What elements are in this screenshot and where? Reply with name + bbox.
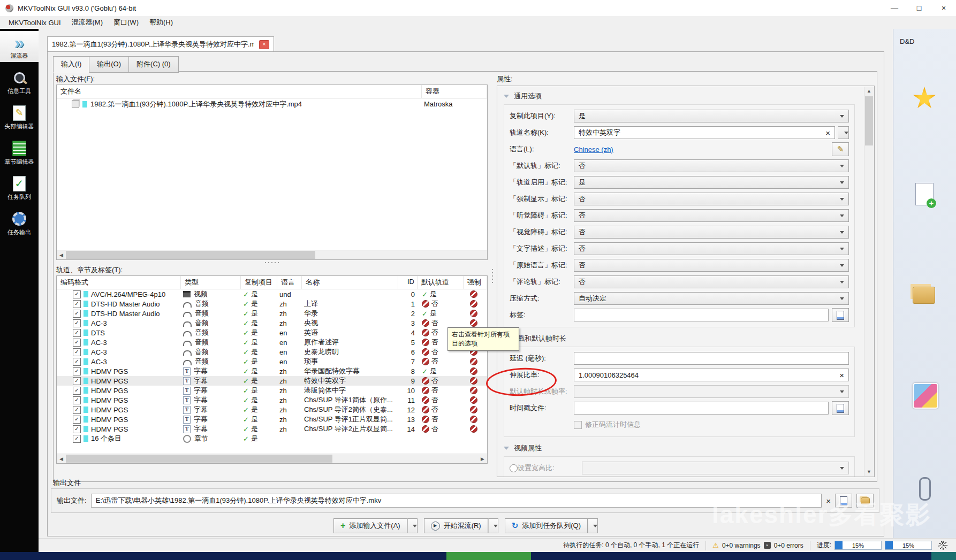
vertical-splitter[interactable] bbox=[489, 74, 496, 478]
track-checkbox[interactable]: ✓ bbox=[73, 377, 81, 385]
desktop-star-icon[interactable] bbox=[913, 87, 936, 110]
language-link[interactable]: Chinese (zh) bbox=[574, 145, 613, 154]
close-button[interactable]: × bbox=[931, 0, 956, 16]
track-checkbox[interactable]: ✓ bbox=[73, 406, 81, 414]
track-row[interactable]: ✓HDMV PGST字幕✓是zh特效中英双字9否 bbox=[57, 376, 487, 386]
column-3[interactable]: 语言 bbox=[277, 276, 302, 289]
track-row[interactable]: ✓HDMV PGST字幕✓是zhChs/SUP 导评2正片双显简...14否 bbox=[57, 424, 487, 434]
track-checkbox[interactable]: ✓ bbox=[73, 290, 81, 298]
desktop-folders-icon[interactable] bbox=[913, 287, 935, 304]
track-row[interactable]: ✓16 个条目章节✓是 bbox=[57, 434, 487, 443]
scroll-up-icon[interactable]: ▲ bbox=[867, 87, 871, 95]
document-tab[interactable]: 1982.第一滴血1(93分钟).1080P.上译华录央视英导特效对应中字.mk… bbox=[47, 36, 274, 52]
properties-vscrollbar[interactable]: ▲ ▼ bbox=[864, 87, 874, 476]
checkbox-disabled[interactable] bbox=[574, 421, 582, 429]
scroll-right-icon[interactable]: ▶ bbox=[478, 456, 487, 462]
add-source-files-button[interactable]: +添加输入文件(A) bbox=[333, 518, 407, 533]
maximize-button[interactable]: □ bbox=[907, 0, 931, 16]
browse-button[interactable] bbox=[832, 401, 849, 415]
track-checkbox[interactable]: ✓ bbox=[73, 396, 81, 404]
tab-close-icon[interactable]: × bbox=[259, 40, 269, 49]
track-row[interactable]: ✓DTS音频✓是en英语4否 bbox=[57, 328, 487, 337]
taskbar-show-desktop[interactable] bbox=[931, 552, 956, 560]
section-header-2[interactable]: 视频属性 bbox=[504, 442, 855, 454]
property-select[interactable]: 否 bbox=[574, 242, 849, 255]
track-checkbox[interactable]: ✓ bbox=[73, 339, 81, 347]
radio-button[interactable] bbox=[510, 464, 518, 472]
track-checkbox[interactable]: ✓ bbox=[73, 310, 81, 318]
column-2[interactable]: 复制项目 bbox=[241, 276, 277, 289]
files-hscrollbar[interactable]: ◀ bbox=[57, 250, 487, 259]
property-input[interactable] bbox=[574, 402, 829, 415]
property-select[interactable]: 否 bbox=[574, 275, 849, 288]
property-input[interactable] bbox=[574, 309, 829, 321]
track-row[interactable]: ✓AC-3音频✓是en史泰龙唠叨6否 bbox=[57, 347, 487, 357]
track-row[interactable]: ✓HDMV PGST字幕✓是zh港版简体中字10否 bbox=[57, 386, 487, 395]
menu-item-3[interactable]: 帮助(H) bbox=[144, 16, 178, 29]
scroll-thumb[interactable] bbox=[865, 96, 873, 145]
collapse-icon[interactable] bbox=[504, 447, 509, 450]
windows-taskbar[interactable] bbox=[0, 552, 956, 560]
scroll-thumb[interactable] bbox=[66, 251, 315, 259]
minimize-button[interactable]: — bbox=[882, 0, 907, 16]
section-header-0[interactable]: 通用选项 bbox=[504, 90, 855, 102]
track-row[interactable]: ✓DTS-HD Master Audio音频✓是zh上译1否 bbox=[57, 299, 487, 309]
desktop-new-file-icon[interactable]: + bbox=[915, 183, 934, 205]
track-row[interactable]: ✓AC-3音频✓是en琐事7否 bbox=[57, 357, 487, 366]
start-muxing-dropdown[interactable] bbox=[488, 518, 498, 533]
sidebar-item-header-editor[interactable]: ✎头部编辑器 bbox=[0, 102, 39, 133]
property-select[interactable]: 自动决定 bbox=[574, 292, 849, 305]
browse-output-button[interactable] bbox=[835, 494, 852, 508]
combo-dropdown-button[interactable] bbox=[838, 126, 849, 139]
column-7[interactable]: 强制 bbox=[464, 276, 487, 289]
sidebar-item-muxer[interactable]: »混流器 bbox=[0, 31, 39, 62]
track-row[interactable]: ✓DTS-HD Master Audio音频✓是zh华录2✓是 bbox=[57, 309, 487, 318]
tab-1[interactable]: 输出(O) bbox=[89, 56, 129, 73]
desktop-photo-icon[interactable] bbox=[913, 383, 938, 409]
horizontal-splitter[interactable] bbox=[56, 260, 488, 265]
scroll-left-icon[interactable]: ◀ bbox=[57, 252, 66, 258]
sidebar-item-info-tool[interactable]: 信息工具 bbox=[0, 66, 39, 97]
browse-button[interactable] bbox=[832, 308, 849, 322]
property-select[interactable]: 否 bbox=[574, 259, 849, 272]
track-row[interactable]: ✓HDMV PGST字幕✓是zh华录国配特效字幕8✓是 bbox=[57, 366, 487, 376]
collapse-icon[interactable] bbox=[504, 95, 509, 98]
track-checkbox[interactable]: ✓ bbox=[73, 329, 81, 337]
scroll-down-icon[interactable]: ▼ bbox=[867, 467, 871, 476]
sidebar-item-job-output[interactable]: 任务输出 bbox=[0, 208, 39, 239]
output-file-input[interactable]: E:\迅雷下载\电器小英雄\1982.第一滴血1(93分钟).1080P.上译华… bbox=[91, 494, 822, 508]
scroll-thumb[interactable] bbox=[66, 455, 332, 463]
sidebar-item-chapter-editor[interactable]: 章节编辑器 bbox=[0, 137, 39, 168]
track-row[interactable]: ✓AC-3音频✓是zh央视3否 bbox=[57, 318, 487, 328]
property-select[interactable]: 是 bbox=[574, 110, 849, 122]
track-checkbox[interactable]: ✓ bbox=[73, 348, 81, 356]
column-0[interactable]: 编码格式 bbox=[57, 276, 181, 289]
menu-item-0[interactable]: MKVToolNix GUI bbox=[3, 17, 66, 28]
column-6[interactable]: 默认轨道 bbox=[418, 276, 464, 289]
property-select[interactable]: 否 bbox=[574, 209, 849, 222]
property-select[interactable]: 是 bbox=[574, 176, 849, 189]
output-options-button[interactable] bbox=[856, 494, 874, 508]
sidebar-item-job-queue[interactable]: ✓任务队列 bbox=[0, 172, 39, 203]
clear-icon[interactable]: × bbox=[825, 129, 830, 137]
taskbar-running-app[interactable] bbox=[446, 552, 531, 560]
property-select[interactable]: 否 bbox=[574, 193, 849, 205]
property-select[interactable]: 否 bbox=[574, 159, 849, 172]
column-4[interactable]: 名称 bbox=[302, 276, 398, 289]
tracks-hscrollbar[interactable]: ◀ ▶ bbox=[57, 454, 487, 463]
menu-item-2[interactable]: 窗口(W) bbox=[108, 16, 144, 29]
aspect-ratio-select[interactable] bbox=[582, 462, 849, 474]
file-row[interactable]: 1982.第一滴血1(93分钟).1080P.上译华录央视英导特效对应中字.mp… bbox=[57, 98, 487, 110]
add-to-job-queue-button[interactable]: ↻添加到任务队列(Q) bbox=[505, 518, 588, 533]
column-5[interactable]: ID bbox=[398, 276, 418, 289]
menu-item-1[interactable]: 混流器(M) bbox=[66, 16, 109, 29]
start-muxing-button[interactable]: ▶开始混流(R) bbox=[424, 518, 488, 533]
tab-2[interactable]: 附件(C) (0) bbox=[128, 56, 179, 73]
track-name-input[interactable]: 特效中英双字× bbox=[574, 126, 835, 139]
track-checkbox[interactable]: ✓ bbox=[73, 425, 81, 433]
add-source-files-dropdown[interactable] bbox=[407, 518, 418, 533]
clear-output-icon[interactable]: × bbox=[826, 496, 831, 505]
track-checkbox[interactable]: ✓ bbox=[73, 300, 81, 308]
section-header-1[interactable]: 时间戳和默认帧时长 bbox=[504, 333, 855, 344]
add-to-job-queue-dropdown[interactable] bbox=[588, 518, 598, 533]
